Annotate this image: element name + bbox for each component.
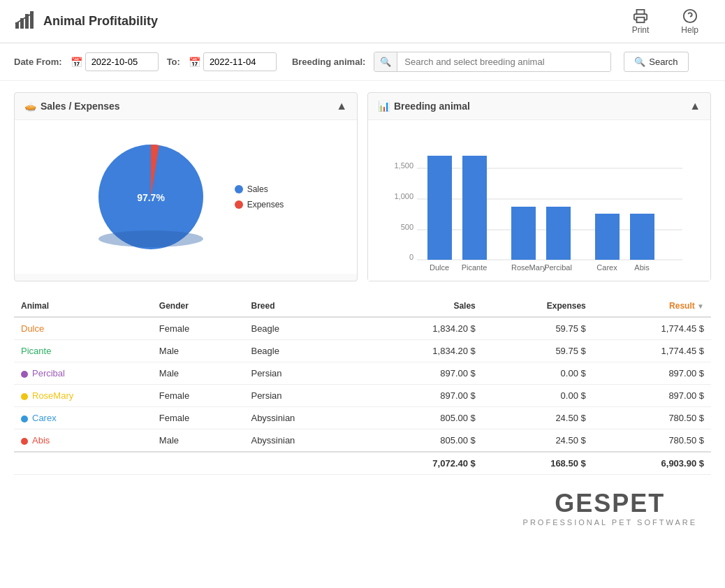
animal-dot bbox=[21, 393, 28, 400]
cell-animal: RoseMary bbox=[14, 385, 152, 407]
top-bar: Animal Profitability Print Help bbox=[0, 0, 725, 43]
svg-text:Dulce: Dulce bbox=[430, 263, 449, 272]
main-content: 🥧 Sales / Expenses ▲ 97.7% bbox=[0, 81, 725, 545]
page-title: Animal Profitability bbox=[43, 14, 158, 29]
charts-row: 🥧 Sales / Expenses ▲ 97.7% bbox=[14, 92, 711, 281]
cell-sales: 805.00 $ bbox=[365, 429, 483, 453]
svg-text:1,500: 1,500 bbox=[394, 161, 413, 170]
cell-animal: Carex bbox=[14, 407, 152, 429]
col-gender: Gender bbox=[152, 295, 244, 317]
animal-name[interactable]: Abis bbox=[32, 435, 50, 446]
legend-sales: Sales bbox=[235, 184, 284, 194]
print-label: Print bbox=[632, 25, 650, 35]
expenses-dot bbox=[235, 200, 243, 209]
svg-text:1,000: 1,000 bbox=[394, 192, 413, 200]
date-from-input[interactable] bbox=[85, 52, 159, 71]
pie-chart-svg: 97.7% bbox=[88, 134, 214, 260]
breeding-animal-panel: 📊 Breeding animal ▲ 0 500 1,000 1,500 bbox=[367, 92, 711, 281]
sales-expenses-header: 🥧 Sales / Expenses ▲ bbox=[15, 93, 357, 120]
sales-expenses-collapse[interactable]: ▲ bbox=[336, 100, 347, 112]
date-to-input[interactable] bbox=[203, 52, 277, 71]
animal-name[interactable]: Picante bbox=[21, 346, 51, 356]
cell-expenses: 59.75 $ bbox=[483, 340, 593, 362]
animal-dot bbox=[21, 438, 28, 445]
breeding-animal-label: Breeding animal: bbox=[292, 57, 365, 67]
cell-expenses: 24.50 $ bbox=[483, 407, 593, 429]
help-label: Help bbox=[681, 25, 698, 35]
search-button[interactable]: 🔍 Search bbox=[624, 52, 688, 72]
bar-percibal bbox=[546, 207, 571, 260]
brand-tagline: PROFESSIONAL PET SOFTWARE bbox=[523, 518, 697, 527]
table-row: PicanteMaleBeagle1,834.20 $59.75 $1,774.… bbox=[14, 340, 711, 362]
animal-name[interactable]: RoseMary bbox=[32, 390, 73, 401]
table-row: PercibalMalePersian897.00 $0.00 $897.00 … bbox=[14, 362, 711, 385]
toolbar: Date From: 📅 To: 📅 Breeding animal: 🔍 🔍 … bbox=[0, 43, 725, 81]
cell-breed: Abyssinian bbox=[244, 407, 364, 429]
cell-breed: Persian bbox=[244, 362, 364, 385]
col-animal: Animal bbox=[14, 295, 152, 317]
bar-chart-icon: 📊 bbox=[378, 101, 390, 112]
print-button[interactable]: Print bbox=[620, 4, 662, 39]
breeding-search-icon: 🔍 bbox=[374, 52, 397, 71]
sales-expenses-body: 97.7% Sales Expenses bbox=[15, 120, 357, 274]
bar-abis bbox=[630, 214, 654, 260]
cell-gender: Female bbox=[152, 385, 244, 407]
svg-text:Picante: Picante bbox=[462, 263, 488, 272]
cell-breed: Beagle bbox=[244, 317, 364, 340]
top-actions: Print Help bbox=[620, 4, 711, 39]
cell-expenses: 24.50 $ bbox=[483, 429, 593, 453]
totals-label bbox=[14, 452, 365, 475]
footer: GESPET PROFESSIONAL PET SOFTWARE bbox=[14, 475, 711, 534]
cell-breed: Beagle bbox=[244, 340, 364, 362]
cell-animal: Abis bbox=[14, 429, 152, 453]
svg-text:Abis: Abis bbox=[634, 263, 650, 272]
bar-rosemary bbox=[511, 207, 536, 260]
svg-point-9 bbox=[98, 230, 203, 247]
animal-dot bbox=[21, 416, 28, 422]
cell-sales: 897.00 $ bbox=[365, 362, 483, 385]
animal-name[interactable]: Percibal bbox=[32, 368, 65, 378]
cell-sales: 805.00 $ bbox=[365, 407, 483, 429]
col-sales: Sales bbox=[365, 295, 483, 317]
animal-name[interactable]: Dulce bbox=[21, 323, 44, 334]
cell-gender: Female bbox=[152, 317, 244, 340]
bar-picante bbox=[462, 156, 487, 260]
breeding-body: 0 500 1,000 1,500 bbox=[368, 120, 710, 281]
help-button[interactable]: Help bbox=[668, 4, 711, 39]
svg-text:Carex: Carex bbox=[596, 263, 617, 272]
col-expenses: Expenses bbox=[483, 295, 593, 317]
brand-name: GESPET bbox=[523, 489, 697, 518]
breeding-search-input[interactable] bbox=[397, 52, 610, 71]
table-row: CarexFemaleAbyssinian805.00 $24.50 $780.… bbox=[14, 407, 711, 429]
svg-rect-5 bbox=[636, 17, 644, 22]
cell-gender: Male bbox=[152, 340, 244, 362]
cell-sales: 1,834.20 $ bbox=[365, 317, 483, 340]
data-table: Animal Gender Breed Sales Expenses Resul… bbox=[14, 295, 711, 475]
svg-text:Percibal: Percibal bbox=[544, 263, 572, 272]
animal-name[interactable]: Carex bbox=[32, 413, 57, 423]
totals-expenses: 168.50 $ bbox=[483, 452, 593, 475]
calendar-from-icon[interactable]: 📅 bbox=[71, 57, 82, 68]
legend-expenses: Expenses bbox=[235, 200, 284, 210]
sort-arrow-icon: ▼ bbox=[697, 302, 704, 310]
sales-label: Sales bbox=[247, 184, 268, 194]
date-from-wrap: 📅 bbox=[71, 52, 159, 71]
svg-text:0: 0 bbox=[409, 253, 413, 261]
expenses-label: Expenses bbox=[247, 200, 284, 210]
search-btn-label: Search bbox=[649, 57, 678, 67]
cell-animal: Picante bbox=[14, 340, 152, 362]
sales-dot bbox=[235, 185, 243, 193]
cell-sales: 897.00 $ bbox=[365, 385, 483, 407]
table-row: DulceFemaleBeagle1,834.20 $59.75 $1,774.… bbox=[14, 317, 711, 340]
to-label: To: bbox=[167, 57, 180, 67]
svg-text:RoseMary: RoseMary bbox=[511, 263, 547, 272]
calendar-to-icon[interactable]: 📅 bbox=[189, 57, 200, 68]
breeding-collapse[interactable]: ▲ bbox=[689, 100, 701, 112]
pie-legend: Sales Expenses bbox=[235, 184, 284, 210]
cell-expenses: 0.00 $ bbox=[483, 362, 593, 385]
date-from-label: Date From: bbox=[14, 57, 62, 67]
cell-result: 897.00 $ bbox=[593, 362, 711, 385]
cell-gender: Male bbox=[152, 362, 244, 385]
cell-animal: Dulce bbox=[14, 317, 152, 340]
breeding-search-wrap: 🔍 bbox=[374, 52, 611, 72]
